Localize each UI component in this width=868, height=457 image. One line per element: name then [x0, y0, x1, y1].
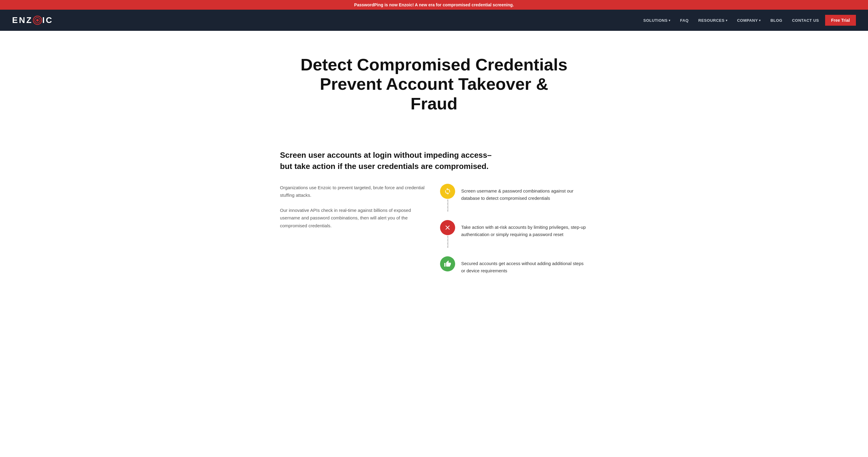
feature-item-3: Secured accounts get access without addi… — [440, 256, 588, 275]
feature-text-3: Secured accounts get access without addi… — [461, 256, 588, 275]
nav-item-solutions[interactable]: SOLUTIONS ▾ — [643, 18, 671, 23]
left-paragraph-1: Organizations use Enzoic to prevent targ… — [280, 184, 428, 199]
chevron-down-icon: ▾ — [669, 19, 671, 22]
nav-link-contact[interactable]: CONTACT US — [792, 18, 819, 23]
content-subtitle: Screen user accounts at login without im… — [280, 150, 588, 172]
nav-item-blog[interactable]: BLOG — [770, 18, 782, 23]
chevron-down-icon: ▾ — [726, 19, 727, 22]
feature-item-1: Screen username & password combinations … — [440, 184, 588, 202]
nav-item-contact[interactable]: CONTACT US — [792, 18, 819, 23]
content-grid: Organizations use Enzoic to prevent targ… — [280, 184, 588, 278]
logo[interactable]: ENZ IC — [12, 16, 53, 25]
hero-section: Detect Compromised Credentials Prevent A… — [0, 31, 868, 150]
free-trial-button[interactable]: Free Trial — [825, 15, 856, 26]
nav-link-solutions[interactable]: SOLUTIONS ▾ — [643, 18, 671, 23]
hero-title: Detect Compromised Credentials Prevent A… — [298, 55, 570, 113]
feature-item-2: Take action with at-risk accounts by lim… — [440, 220, 588, 238]
nav-item-resources[interactable]: RESOURCES ▾ — [698, 18, 727, 23]
logo-text-before: ENZ — [12, 16, 33, 25]
chevron-down-icon: ▾ — [759, 19, 761, 22]
feature-icon-sync — [440, 184, 455, 199]
logo-icon — [33, 16, 42, 25]
announcement-text: PasswordPing is now Enzoic! A new era fo… — [354, 2, 514, 7]
nav-link-resources[interactable]: RESOURCES ▾ — [698, 18, 727, 23]
announcement-bar: PasswordPing is now Enzoic! A new era fo… — [0, 0, 868, 10]
logo-text: ENZ IC — [12, 16, 53, 25]
nav-item-faq[interactable]: FAQ — [680, 18, 689, 23]
svg-point-2 — [36, 19, 39, 22]
logo-text-after: IC — [42, 16, 53, 25]
feature-icon-close — [440, 220, 455, 235]
feature-text-1: Screen username & password combinations … — [461, 184, 588, 202]
nav-link-faq[interactable]: FAQ — [680, 18, 689, 23]
navbar: ENZ IC SOLUTIONS ▾ FAQ RE — [0, 10, 868, 31]
right-column: Screen username & password combinations … — [440, 184, 588, 278]
nav-link-company[interactable]: COMPANY ▾ — [737, 18, 761, 23]
feature-icon-thumbsup — [440, 256, 455, 272]
nav-links: SOLUTIONS ▾ FAQ RESOURCES ▾ COMPANY ▾ BL… — [643, 18, 819, 23]
left-paragraph-2: Our innovative APIs check in real-time a… — [280, 206, 428, 230]
content-section: Screen user accounts at login without im… — [268, 150, 600, 302]
nav-item-company[interactable]: COMPANY ▾ — [737, 18, 761, 23]
nav-link-blog[interactable]: BLOG — [770, 18, 782, 23]
feature-text-2: Take action with at-risk accounts by lim… — [461, 220, 588, 238]
left-column: Organizations use Enzoic to prevent targ… — [280, 184, 428, 237]
